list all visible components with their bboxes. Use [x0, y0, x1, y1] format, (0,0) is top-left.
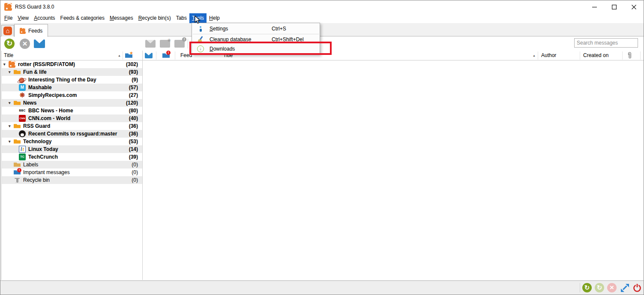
menu-help[interactable]: Help — [207, 13, 222, 23]
feed-title: BBC News - Home — [28, 108, 73, 114]
importance-column-icon[interactable] — [162, 52, 170, 59]
minimize-button[interactable] — [584, 0, 604, 13]
feed-list-item-rotter-rss-rdf-atom[interactable]: ▾rotter (RSS/RDF/ATOM)(302) — [2, 60, 142, 68]
status-bar: ↻ ↻ × — [0, 280, 644, 295]
refresh-icon: ↻ — [582, 283, 592, 292]
tree-expand-icon[interactable]: ▾ — [9, 138, 14, 145]
feed-list-item-recycle-bin[interactable]: Recycle bin(0) — [2, 176, 142, 184]
update-all-feeds-button[interactable]: ↻ — [4, 39, 15, 49]
tree-expand-icon[interactable]: ▾ — [9, 122, 14, 130]
menu-view[interactable]: View — [15, 13, 31, 23]
feed-list-item-recent-commits-to-rssguard-master[interactable]: Recent Commits to rssguard:master(36) — [2, 130, 142, 138]
unread-count: (120) — [126, 100, 138, 106]
stop-icon: × — [20, 39, 30, 49]
feed-title: Labels — [23, 162, 38, 168]
tools-menu-item-settings[interactable]: SettingsCtrl+S — [192, 24, 320, 33]
attachment-column-paperclip-icon[interactable] — [627, 52, 632, 60]
mark-selection-read-button — [145, 39, 156, 49]
statusbar-update-feeds-button[interactable]: ↻ — [582, 283, 592, 292]
refresh-disabled-icon: ↻ — [595, 283, 604, 292]
feed-list-item-cnn-com-world[interactable]: CNN.com - World(40) — [2, 114, 142, 122]
close-button[interactable] — [624, 0, 644, 13]
unread-count: (0) — [132, 162, 138, 168]
maximize-button[interactable] — [604, 0, 624, 13]
feed-list-item-fun-life[interactable]: ▾Fun & life(93) — [2, 68, 142, 76]
feed-list-item-simplyrecipes-com[interactable]: SimplyRecipes.com(27) — [2, 91, 142, 99]
feed-title: Recycle bin — [23, 177, 50, 183]
statusbar-update-selected-button: ↻ — [595, 283, 604, 292]
feed-title: Interesting Thing of the Day — [28, 77, 96, 83]
unread-count-column-icon[interactable] — [125, 52, 132, 59]
unread-count: (36) — [129, 131, 138, 137]
home-icon: ⌂ — [3, 27, 12, 35]
stop-update-button: × — [20, 39, 30, 49]
feed-title: Recent Commits to rssguard:master — [28, 131, 117, 137]
sort-ascending-icon: ▲ — [533, 54, 536, 57]
feed-list-item-technology[interactable]: ▾Technology(53) — [2, 138, 142, 145]
feed-title: CNN.com - World — [28, 115, 70, 121]
search-messages-input[interactable] — [574, 38, 638, 48]
feed-list-item-bbc-news-home[interactable]: BBC News - Home(80) — [2, 107, 142, 114]
read-status-column-icon[interactable] — [145, 53, 153, 58]
mail-open-disabled-icon — [145, 40, 156, 48]
mail-exclamation-disabled-icon: ! — [174, 40, 185, 48]
planet-icon — [19, 78, 24, 83]
feed-list-item-rss-guard[interactable]: ▾RSS Guard(36) — [2, 122, 142, 130]
tree-expand-icon[interactable]: ▾ — [9, 68, 14, 76]
unread-count: (39) — [129, 154, 138, 160]
message-column-created-header[interactable]: Created on — [583, 52, 608, 58]
feed-title: Fun & life — [23, 69, 47, 75]
tree-expand-icon[interactable]: ▾ — [3, 60, 9, 68]
feed-list-item-labels[interactable]: Labels(0) — [2, 161, 142, 169]
folder-icon — [14, 138, 21, 145]
statusbar-fullscreen-button[interactable] — [620, 283, 629, 292]
feed-list-item-news[interactable]: ▾News(120) — [2, 99, 142, 107]
feed-title: News — [23, 100, 36, 106]
unread-count: (27) — [129, 92, 138, 98]
unread-count: (302) — [126, 61, 138, 67]
unread-count: (93) — [129, 69, 138, 75]
feed-title: Important messages — [23, 169, 70, 175]
mail-star-disabled-icon: ★ — [160, 40, 170, 48]
tab-feeds-label: Feeds — [28, 28, 42, 34]
mark-all-read-button[interactable] — [34, 39, 44, 49]
mark-selection-unread-button: ! — [174, 39, 185, 49]
stop-disabled-icon: × — [607, 283, 617, 292]
menu-recycle-bin-s[interactable]: Recycle bin(s) — [136, 13, 174, 23]
sort-ascending-icon: ▲ — [118, 54, 121, 57]
feed-list: ▾rotter (RSS/RDF/ATOM)(302)▾Fun & life(9… — [2, 60, 142, 184]
tab-feeds[interactable]: Feeds — [14, 24, 48, 37]
pane-splitter[interactable] — [142, 51, 143, 280]
settings-icon — [197, 25, 204, 32]
menu-tabs[interactable]: Tabs — [174, 13, 189, 23]
title-bar: RSS Guard 3.8.0 — [0, 0, 644, 13]
feed-list-item-interesting-thing-of-the-day[interactable]: Interesting Thing of the Day(9) — [2, 76, 142, 84]
unread-count: (80) — [129, 108, 138, 114]
bbc-icon — [19, 107, 26, 114]
important-icon — [14, 169, 21, 176]
statusbar-stop-update-button: × — [607, 283, 617, 292]
folder-icon — [14, 99, 21, 106]
menu-separator — [193, 34, 319, 34]
feed-column-title-header[interactable]: Title — [4, 52, 13, 58]
unread-count: (40) — [129, 115, 138, 121]
feed-list-item-important-messages[interactable]: Important messages(0) — [2, 169, 142, 176]
menu-file[interactable]: File — [2, 13, 15, 23]
tree-expand-icon[interactable]: ▾ — [9, 99, 14, 107]
unread-count: (14) — [129, 146, 138, 152]
menu-bar: FileViewAccountsFeeds & categoriesMessag… — [0, 13, 644, 23]
feed-list-item-mashable[interactable]: Mashable(57) — [2, 84, 142, 91]
message-column-author-header[interactable]: Author — [541, 52, 556, 58]
menu-messages[interactable]: Messages — [107, 13, 136, 23]
unread-count: (0) — [132, 169, 138, 175]
unread-count: (0) — [132, 177, 138, 183]
feed-list-item-techcrunch[interactable]: TechCrunch(39) — [2, 153, 142, 161]
feed-list-item-linux-today[interactable]: Linux Today(14) — [2, 145, 142, 153]
menu-accounts[interactable]: Accounts — [31, 13, 57, 23]
statusbar-quit-button[interactable] — [632, 283, 642, 292]
mouse-cursor — [195, 15, 201, 24]
menu-item-label: Settings — [210, 26, 228, 32]
menu-feeds-categories[interactable]: Feeds & categories — [58, 13, 107, 23]
folder-icon — [14, 69, 21, 75]
tab-home[interactable]: ⌂ — [1, 25, 14, 36]
